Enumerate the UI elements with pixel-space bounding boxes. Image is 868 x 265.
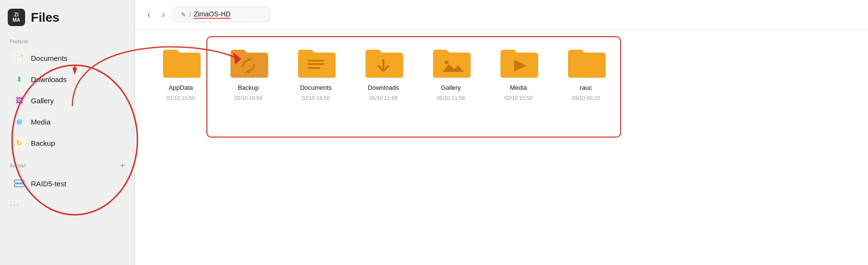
folder-downloads-name: Downloads bbox=[368, 84, 399, 91]
app-title: Files bbox=[31, 10, 59, 25]
folder-gallery-icon bbox=[429, 44, 473, 80]
folder-backup-name: Backup bbox=[238, 84, 258, 91]
sidebar-item-downloads-label: Downloads bbox=[31, 75, 67, 84]
more-options-dots[interactable]: ... bbox=[0, 194, 135, 212]
downloads-icon: ⬇ bbox=[14, 73, 25, 85]
folder-appdata-name: AppData bbox=[169, 84, 193, 91]
breadcrumb-path: ZimaOS-HD bbox=[194, 10, 231, 19]
folder-documents[interactable]: Documents 02/10 15:50 bbox=[289, 44, 342, 101]
folder-rauc-name: rauc bbox=[580, 84, 592, 91]
folder-documents-name: Documents bbox=[300, 84, 332, 91]
folder-media[interactable]: Media 02/10 15:50 bbox=[492, 44, 545, 101]
folder-appdata-icon bbox=[159, 44, 203, 80]
forward-button[interactable]: › bbox=[159, 9, 168, 21]
media-icon: ⊞ bbox=[14, 116, 25, 127]
backup-icon: ↻ bbox=[14, 137, 25, 149]
sidebar-item-media[interactable]: ⊞ Media bbox=[4, 112, 131, 132]
add-archive-button[interactable]: + bbox=[120, 161, 125, 170]
svg-rect-2 bbox=[308, 63, 324, 65]
folder-media-date: 02/10 15:50 bbox=[504, 95, 532, 101]
folder-gallery-name: Gallery bbox=[441, 84, 461, 91]
folder-downloads-icon bbox=[362, 44, 405, 80]
svg-rect-4 bbox=[308, 60, 324, 62]
svg-rect-3 bbox=[308, 67, 320, 69]
svg-rect-1 bbox=[14, 184, 24, 187]
sidebar-item-raid5[interactable]: RAID5-test bbox=[4, 173, 131, 194]
sidebar-item-backup-label: Backup bbox=[31, 139, 55, 147]
back-button[interactable]: ‹ bbox=[145, 9, 153, 21]
files-grid: AppData 02/10 15:50 Backup bbox=[135, 29, 868, 265]
sidebar-item-backup[interactable]: ↻ Backup bbox=[4, 133, 131, 153]
breadcrumb-separator: / bbox=[189, 11, 191, 18]
archivi-label: Archivi bbox=[10, 163, 26, 168]
raid5-label: RAID5-test bbox=[31, 180, 66, 188]
folder-downloads-date: 05/10 11:58 bbox=[369, 95, 397, 101]
edit-icon: ✎ bbox=[181, 11, 186, 18]
folder-gallery-date: 05/10 11:58 bbox=[437, 95, 465, 101]
sidebar-item-gallery[interactable]: 🖼 Gallery bbox=[4, 90, 131, 111]
folder-rauc-date: 03/10 00:20 bbox=[572, 95, 600, 101]
folder-backup-icon bbox=[227, 44, 270, 80]
sidebar-item-downloads[interactable]: ⬇ Downloads bbox=[4, 69, 131, 89]
sidebar-item-media-label: Media bbox=[31, 118, 51, 126]
documents-icon: 📄 bbox=[14, 52, 25, 64]
svg-rect-0 bbox=[14, 180, 24, 183]
folder-documents-icon bbox=[294, 44, 338, 80]
sidebar-item-documents[interactable]: 📄 Documents bbox=[4, 48, 131, 68]
folder-appdata-date: 02/10 15:50 bbox=[167, 95, 195, 101]
gallery-icon: 🖼 bbox=[14, 95, 25, 106]
folder-rauc-icon bbox=[564, 44, 608, 80]
toolbar: ‹ › ✎ / ZimaOS-HD bbox=[135, 0, 868, 29]
preferiti-label: Preferiti bbox=[0, 31, 135, 47]
svg-point-5 bbox=[445, 60, 448, 64]
folder-media-icon bbox=[497, 44, 540, 80]
breadcrumb[interactable]: ✎ / ZimaOS-HD bbox=[174, 7, 270, 22]
raid-icon bbox=[14, 178, 25, 189]
folder-rauc[interactable]: rauc 03/10 00:20 bbox=[559, 44, 612, 101]
folder-documents-date: 02/10 15:50 bbox=[302, 95, 330, 101]
folder-gallery[interactable]: Gallery 05/10 11:58 bbox=[424, 44, 477, 101]
zima-logo-icon: ZIMA bbox=[8, 9, 25, 26]
archivi-row: Archivi + bbox=[0, 153, 135, 173]
folder-appdata[interactable]: AppData 02/10 15:50 bbox=[154, 44, 207, 101]
folder-downloads[interactable]: Downloads 05/10 11:58 bbox=[357, 44, 410, 101]
folder-media-name: Media bbox=[510, 84, 527, 91]
folder-backup[interactable]: Backup 02/10 16:59 bbox=[222, 44, 275, 101]
sidebar-header: ZIMA Files bbox=[0, 0, 135, 31]
sidebar: ZIMA Files Preferiti 📄 Documents ⬇ Downl… bbox=[0, 0, 135, 265]
sidebar-item-gallery-label: Gallery bbox=[31, 97, 54, 105]
folder-backup-date: 02/10 16:59 bbox=[234, 95, 262, 101]
sidebar-item-documents-label: Documents bbox=[31, 54, 68, 62]
main-content: ‹ › ✎ / ZimaOS-HD AppData 02/10 15:50 bbox=[135, 0, 868, 265]
